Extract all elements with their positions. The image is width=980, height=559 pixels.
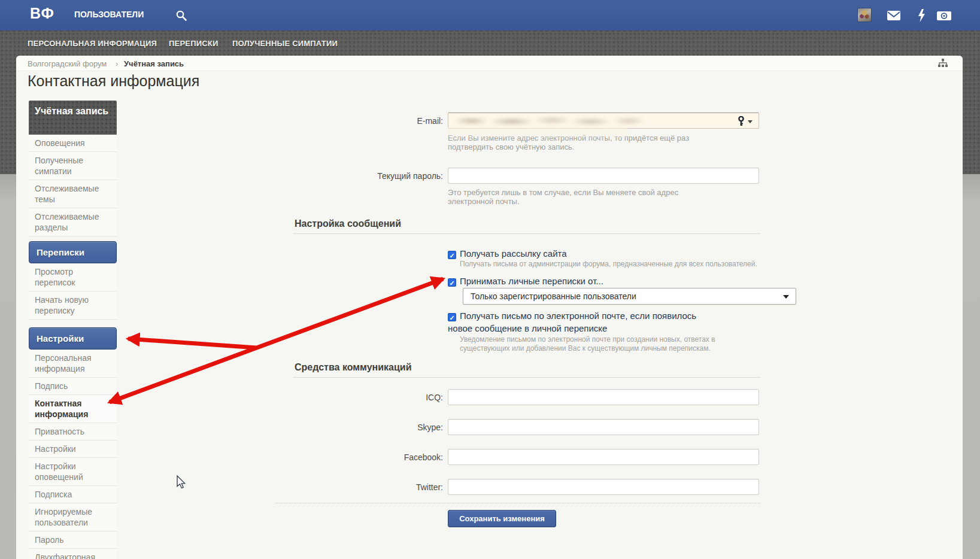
subnav-personal-info[interactable]: ПЕРСОНАЛЬНАЯ ИНФОРМАЦИЯ [28, 39, 157, 48]
sidebar-item-alert-preferences[interactable]: Настройки оповещений [29, 458, 117, 486]
nav-item-users[interactable]: ПОЛЬЗОВАТЕЛИ [74, 10, 144, 19]
top-navbar: ВФ ПОЛЬЗОВАТЕЛИ [0, 0, 980, 31]
accept-pm-selected-option: Только зарегистрированные пользователи [471, 291, 636, 301]
sidebar-item-watched-forums[interactable]: Отслеживаемые разделы [29, 208, 117, 236]
sidebar-header-account: Учётная запись [29, 101, 117, 135]
forum-logo[interactable]: ВФ [30, 5, 54, 22]
skype-input[interactable] [448, 419, 759, 435]
sidebar-item-alerts[interactable]: Оповещения [29, 135, 117, 152]
chevron-down-icon[interactable] [748, 120, 753, 123]
password-helper-text: Это требуется лишь в том случае, если Вы… [448, 188, 705, 206]
newsletter-checkbox-row[interactable]: ✓Получать рассылку сайта [448, 247, 567, 260]
breadcrumb: Волгоградский форум › Учётная запись [16, 56, 963, 71]
key-icon [737, 116, 745, 126]
breadcrumb-root-link[interactable]: Волгоградский форум [28, 59, 107, 68]
email-on-pm-helper-text: Уведомление письмом по электронной почте… [460, 335, 729, 353]
current-password-input[interactable] [448, 168, 759, 184]
sitemap-tree-icon[interactable] [937, 59, 948, 68]
sidebar-group-conversations: Переписки Просмотр переписок Начать нову… [29, 241, 117, 320]
sidebar-item-contact-details[interactable]: Контактная информация [29, 395, 117, 423]
accept-pm-checkbox-label: Принимать личные переписки от... [460, 276, 603, 286]
page-title: Контактная информация [28, 72, 199, 90]
inbox-mail-icon[interactable] [887, 9, 901, 22]
email-label: E-mail: [299, 116, 443, 126]
email-on-pm-checkbox-row[interactable]: ✓Получать письмо по электронной почте, е… [448, 309, 720, 335]
facebook-input[interactable] [448, 449, 759, 465]
sidebar-header-conversations: Переписки [29, 241, 117, 263]
sidebar-item-received-likes[interactable]: Полученные симпатии [29, 152, 117, 180]
save-changes-button[interactable]: Сохранить изменения [448, 510, 556, 527]
sidebar-item-view-conversations[interactable]: Просмотр переписок [29, 263, 117, 291]
sidebar-item-start-conversation[interactable]: Начать новую переписку [29, 291, 117, 320]
icq-label: ICQ: [299, 393, 443, 402]
form-divider [275, 503, 760, 503]
checkbox-checked-icon[interactable]: ✓ [448, 278, 456, 287]
facebook-label: Facebook: [299, 452, 443, 462]
sidebar-header-settings: Настройки [29, 327, 117, 350]
sidebar-item-privacy[interactable]: Приватность [29, 423, 117, 440]
sidebar-group-settings: Настройки Персональная информация Подпис… [29, 327, 117, 559]
email-field[interactable] [448, 113, 759, 129]
twitter-input[interactable] [448, 479, 759, 495]
checkbox-checked-icon[interactable]: ✓ [448, 251, 456, 259]
select-chevron-icon [783, 295, 789, 299]
twitter-label: Twitter: [299, 482, 443, 492]
newsletter-checkbox-label: Получать рассылку сайта [460, 248, 567, 259]
search-icon[interactable] [175, 10, 187, 22]
account-settings-page: ВФ ПОЛЬЗОВАТЕЛИ ПЕРСОНАЛЬНАЯ ИНФОРМАЦИЯ … [0, 0, 980, 559]
current-password-label: Текущий пароль: [299, 171, 443, 181]
banknote-icon[interactable] [937, 9, 951, 22]
email-on-pm-checkbox-label: Получать письмо по электронной почте, ес… [448, 311, 696, 333]
redacted-email-value [452, 115, 650, 126]
sidebar-item-ignored-users[interactable]: Игнорируемые пользователи [29, 503, 117, 531]
subnav-received-likes[interactable]: ПОЛУЧЕННЫЕ СИМПАТИИ [232, 39, 338, 48]
user-avatar[interactable] [857, 8, 872, 22]
icq-input[interactable] [448, 389, 759, 405]
section-message-options: Настройка сообщений [293, 218, 760, 234]
email-helper-text: Если Вы измените адрес электронной почты… [448, 133, 705, 151]
sidebar-item-signature[interactable]: Подпись [29, 378, 117, 395]
sidebar-group-account: Учётная запись Оповещения Полученные сим… [29, 101, 117, 236]
sidebar-item-password[interactable]: Пароль [29, 531, 117, 549]
sidebar-item-subscription[interactable]: Подписка [29, 486, 117, 503]
sidebar-item-personal-details[interactable]: Персональная информация [29, 350, 117, 378]
newsletter-helper-text: Получать письма от администрации форума,… [460, 260, 771, 269]
alerts-lightning-icon[interactable] [915, 9, 929, 22]
subnav-conversations[interactable]: ПЕРЕПИСКИ [169, 39, 219, 48]
accept-pm-checkbox-row[interactable]: ✓Принимать личные переписки от... [448, 275, 603, 287]
sidebar-item-watched-threads[interactable]: Отслеживаемые темы [29, 180, 117, 208]
sidebar-item-preferences[interactable]: Настройки [29, 440, 117, 458]
accept-pm-select[interactable]: Только зарегистрированные пользователи [463, 288, 796, 305]
checkbox-checked-icon[interactable]: ✓ [448, 313, 456, 321]
breadcrumb-current[interactable]: Учётная запись [124, 59, 184, 68]
sidebar-item-two-factor[interactable]: Двухфакторная [29, 549, 117, 559]
skype-label: Skype: [299, 423, 443, 432]
breadcrumb-separator: › [116, 59, 118, 68]
section-contact-methods: Средства коммуникаций [293, 362, 760, 378]
